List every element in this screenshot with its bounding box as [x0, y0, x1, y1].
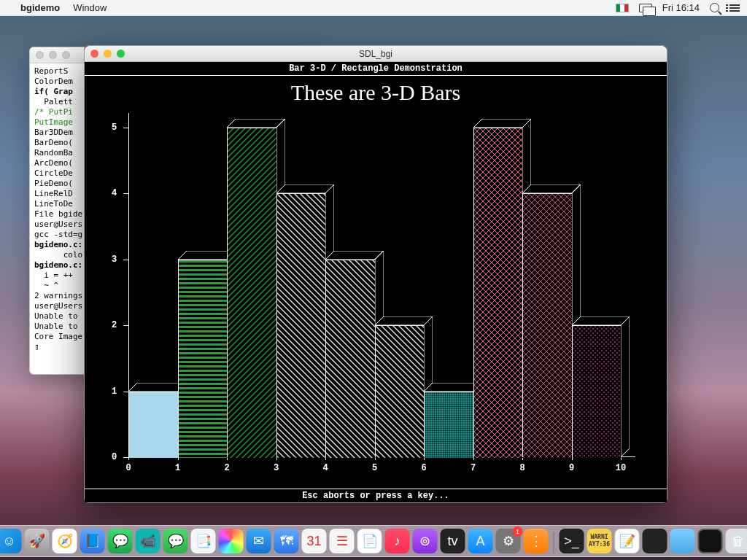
- x-tick-label: 3: [274, 463, 279, 473]
- x-tick-label: 8: [519, 463, 525, 473]
- sdl-bgi-window[interactable]: SDL_bgi Bar 3-D / Rectangle Demonstratio…: [84, 45, 667, 503]
- dock-textedit[interactable]: 📝: [615, 529, 640, 553]
- svg-rect-10: [228, 128, 277, 458]
- svg-rect-40: [573, 326, 622, 458]
- svg-marker-42: [621, 316, 630, 457]
- x-tick-label: 1: [175, 463, 180, 473]
- dock-calendar[interactable]: 31: [302, 529, 327, 553]
- svg-rect-30: [474, 128, 524, 458]
- dock-console[interactable]: WARNI AY7:36: [587, 529, 612, 553]
- dock-reminders[interactable]: ☰: [330, 529, 355, 553]
- window-title: SDL_bgi: [359, 49, 392, 59]
- dock-launchpad[interactable]: 🚀: [25, 529, 50, 553]
- x-tick-label: 6: [421, 463, 426, 473]
- x-tick-label: 4: [322, 463, 328, 473]
- demo-footer: Esc aborts or press a key...: [85, 489, 667, 502]
- dock-finder[interactable]: ☺: [0, 529, 22, 553]
- svg-rect-6: [179, 260, 228, 458]
- dock-appstore[interactable]: A: [468, 529, 493, 553]
- y-tick-label: 5: [112, 122, 117, 133]
- dock-imessage[interactable]: 💬: [163, 529, 188, 553]
- dock-display[interactable]: [698, 529, 723, 553]
- y-tick-label: 4: [112, 188, 117, 198]
- minimize-icon[interactable]: [49, 51, 57, 59]
- dock-terminal2[interactable]: [643, 529, 667, 553]
- app-name[interactable]: bgidemo: [20, 2, 60, 13]
- dock-tv[interactable]: tv: [441, 529, 465, 553]
- x-tick-label: 7: [471, 463, 476, 473]
- dock: ☺🚀🧭📘💬📹💬📑✉🗺31☰📄♪⊚tvA⚙1⋮>_WARNI AY7:36📝🗑: [0, 525, 747, 557]
- dock-safari[interactable]: 🧭: [53, 529, 77, 553]
- dock-notes-app[interactable]: 📘: [80, 529, 105, 553]
- demo-header: Bar 3-D / Rectangle Demonstration: [85, 62, 667, 76]
- svg-rect-18: [326, 260, 376, 458]
- x-tick-label: 9: [569, 463, 574, 473]
- dock-facetime[interactable]: 📹: [136, 529, 160, 553]
- zoom-icon[interactable]: [117, 50, 125, 58]
- dock-mail[interactable]: ✉: [247, 529, 271, 553]
- dock-downloads[interactable]: [670, 529, 695, 553]
- bgi-canvas: Bar 3-D / Rectangle Demonstration These …: [85, 62, 667, 502]
- y-tick-label: 0: [112, 452, 117, 462]
- clock[interactable]: Fri 16:14: [662, 2, 700, 13]
- x-tick-label: 5: [372, 463, 377, 473]
- menubar: bgidemo Window Fri 16:14: [0, 0, 747, 16]
- dock-shortcuts[interactable]: ⋮: [524, 529, 549, 553]
- chart-title: These are 3-D Bars: [85, 80, 667, 105]
- dock-terminal1[interactable]: >_: [560, 529, 584, 553]
- dock-photos[interactable]: [219, 529, 244, 553]
- svg-rect-22: [376, 326, 425, 458]
- minimize-icon[interactable]: [104, 50, 112, 58]
- x-tick-label: 0: [125, 463, 131, 473]
- dock-music[interactable]: ♪: [385, 529, 410, 553]
- svg-rect-1: [129, 392, 179, 458]
- bar: [572, 325, 630, 457]
- y-tick-label: 2: [112, 320, 117, 330]
- chart-area: 012345012345678910: [125, 113, 635, 470]
- svg-rect-26: [425, 392, 474, 458]
- dock-maps[interactable]: 🗺: [274, 529, 299, 553]
- bgi-titlebar[interactable]: SDL_bgi: [85, 46, 667, 62]
- zoom-icon[interactable]: [62, 51, 70, 59]
- input-source-flag-icon[interactable]: [616, 4, 629, 12]
- svg-rect-34: [523, 194, 573, 458]
- x-tick-label: 10: [616, 463, 626, 473]
- dock-separator: [554, 532, 554, 553]
- dock-stickies[interactable]: 📑: [191, 529, 216, 553]
- x-tick-label: 2: [224, 463, 229, 473]
- display-mirror-icon[interactable]: [639, 4, 652, 12]
- menu-window[interactable]: Window: [73, 2, 107, 13]
- dock-pages[interactable]: 📄: [357, 529, 382, 553]
- notification-center-icon[interactable]: [729, 4, 740, 12]
- badge: 1: [513, 526, 523, 537]
- y-tick-label: 3: [112, 254, 117, 265]
- dock-podcasts[interactable]: ⊚: [413, 529, 438, 553]
- close-icon[interactable]: [36, 51, 44, 59]
- y-tick-label: 1: [112, 386, 117, 397]
- svg-rect-14: [277, 194, 327, 458]
- dock-preferences[interactable]: ⚙1: [496, 529, 521, 553]
- close-icon[interactable]: [90, 50, 98, 58]
- dock-messages[interactable]: 💬: [108, 529, 133, 553]
- spotlight-icon[interactable]: [710, 3, 719, 12]
- dock-trash[interactable]: 🗑: [726, 529, 748, 553]
